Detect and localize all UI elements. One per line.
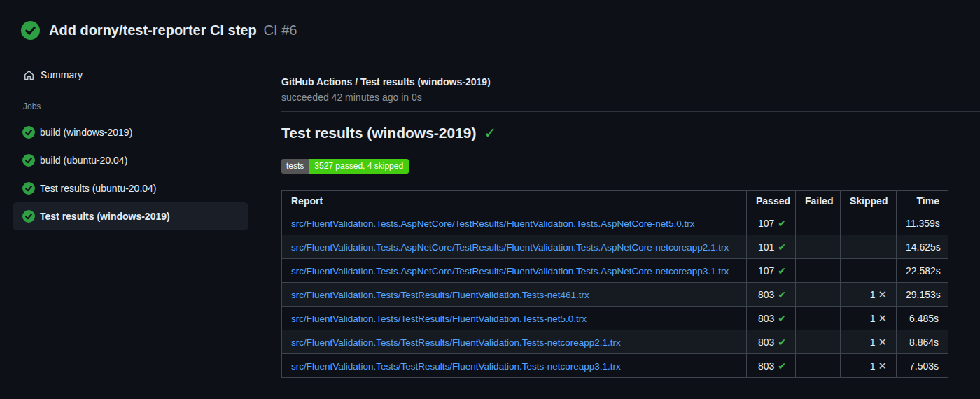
check-run-breadcrumb: GitHub Actions / Test results (windows-2… <box>281 75 980 89</box>
failed-cell <box>796 330 841 354</box>
divider <box>281 111 980 112</box>
skipped-cell <box>841 235 897 259</box>
success-circle-icon <box>22 126 35 139</box>
check-icon: ✔ <box>778 218 786 229</box>
report-cell: src/FluentValidation.Tests.AspNetCore/Te… <box>282 259 747 283</box>
badge-value: 3527 passed, 4 skipped <box>309 159 409 174</box>
success-check-icon: ✓ <box>484 123 497 143</box>
passed-cell: 803✔ <box>747 330 796 354</box>
check-icon: ✔ <box>778 313 786 324</box>
skipped-count: 1 <box>870 313 876 324</box>
check-icon: ✔ <box>778 289 786 300</box>
table-row: src/FluentValidation.Tests/TestResults/F… <box>282 354 948 378</box>
failed-cell <box>796 259 841 283</box>
column-header-skipped: Skipped <box>841 191 897 211</box>
passed-count: 107 <box>758 265 774 276</box>
section-title: Test results (windows-2019) <box>281 123 477 143</box>
report-cell: src/FluentValidation.Tests/TestResults/F… <box>282 283 747 307</box>
run-status-line: succeeded 42 minutes ago in 0s <box>281 90 980 104</box>
column-header-passed: Passed <box>747 191 796 211</box>
report-cell: src/FluentValidation.Tests/TestResults/F… <box>282 307 747 330</box>
sidebar-job-label: build (ubuntu-20.04) <box>40 155 127 166</box>
x-icon: ✕ <box>878 288 887 300</box>
time-cell: 11.359s <box>897 211 948 235</box>
check-icon: ✔ <box>778 241 786 253</box>
time-cell: 22.582s <box>897 259 948 283</box>
sidebar-job-item-2[interactable]: build (ubuntu-20.04) <box>13 146 248 174</box>
sidebar-job-label: build (windows-2019) <box>40 127 132 138</box>
passed-cell: 107✔ <box>747 259 796 283</box>
skipped-cell: 1✕ <box>841 330 897 354</box>
report-cell: src/FluentValidation.Tests.AspNetCore/Te… <box>282 211 747 235</box>
sidebar-job-item-3[interactable]: Test results (ubuntu-20.04) <box>13 174 248 202</box>
main-content: GitHub Actions / Test results (windows-2… <box>281 40 980 378</box>
passed-cell: 803✔ <box>747 354 796 378</box>
report-link[interactable]: src/FluentValidation.Tests/TestResults/F… <box>291 290 589 300</box>
passed-count: 803 <box>758 360 774 372</box>
badge-label: tests <box>281 159 309 174</box>
sidebar-job-label: Test results (ubuntu-20.04) <box>40 183 157 194</box>
report-cell: src/FluentValidation.Tests/TestResults/F… <box>282 330 747 354</box>
success-circle-icon <box>22 154 35 167</box>
report-link[interactable]: src/FluentValidation.Tests/TestResults/F… <box>291 337 621 348</box>
report-link[interactable]: src/FluentValidation.Tests/TestResults/F… <box>291 361 621 372</box>
report-cell: src/FluentValidation.Tests/TestResults/F… <box>282 354 747 378</box>
table-row: src/FluentValidation.Tests.AspNetCore/Te… <box>282 259 948 283</box>
x-icon: ✕ <box>878 312 887 324</box>
tests-badge: tests 3527 passed, 4 skipped <box>281 159 409 174</box>
report-link[interactable]: src/FluentValidation.Tests.AspNetCore/Te… <box>291 242 729 253</box>
report-link[interactable]: src/FluentValidation.Tests.AspNetCore/Te… <box>291 218 695 229</box>
check-icon: ✔ <box>778 265 786 276</box>
passed-cell: 107✔ <box>747 211 796 235</box>
run-number: CI #6 <box>264 22 298 38</box>
success-circle-icon <box>22 182 35 195</box>
jobs-section-label: Jobs <box>23 102 259 111</box>
report-link[interactable]: src/FluentValidation.Tests.AspNetCore/Te… <box>291 266 729 276</box>
skipped-count: 1 <box>870 289 876 300</box>
run-title: Add dorny/test-reporter CI step <box>49 22 257 38</box>
skipped-cell: 1✕ <box>841 307 897 330</box>
passed-count: 101 <box>758 241 774 253</box>
passed-cell: 101✔ <box>747 235 796 259</box>
sidebar-item-summary[interactable]: Summary <box>13 66 259 83</box>
skipped-count: 1 <box>870 337 876 348</box>
skipped-cell <box>841 259 897 283</box>
skipped-cell: 1✕ <box>841 354 897 378</box>
failed-cell <box>796 211 841 235</box>
summary-label: Summary <box>41 69 83 80</box>
divider <box>281 148 980 148</box>
sidebar-job-label: Test results (windows-2019) <box>40 211 170 222</box>
column-header-report: Report <box>282 191 747 211</box>
report-cell: src/FluentValidation.Tests.AspNetCore/Te… <box>282 235 747 259</box>
failed-cell <box>796 283 841 307</box>
check-icon: ✔ <box>778 360 786 372</box>
run-header: Add dorny/test-reporter CI step CI #6 <box>0 0 980 40</box>
table-row: src/FluentValidation.Tests/TestResults/F… <box>282 307 948 330</box>
time-cell: 29.153s <box>897 283 948 307</box>
table-row: src/FluentValidation.Tests.AspNetCore/Te… <box>282 211 948 235</box>
failed-cell <box>796 235 841 259</box>
time-cell: 8.864s <box>897 330 948 354</box>
sidebar-job-item-4[interactable]: Test results (windows-2019) <box>13 202 248 230</box>
time-cell: 7.503s <box>897 354 948 378</box>
report-link[interactable]: src/FluentValidation.Tests/TestResults/F… <box>291 314 587 324</box>
skipped-cell: 1✕ <box>841 283 897 307</box>
failed-cell <box>796 354 841 378</box>
passed-cell: 803✔ <box>747 307 796 330</box>
table-row: src/FluentValidation.Tests.AspNetCore/Te… <box>282 235 948 259</box>
section-heading: Test results (windows-2019) ✓ <box>281 123 980 143</box>
time-cell: 6.485s <box>897 307 948 330</box>
home-icon <box>23 69 35 81</box>
column-header-time: Time <box>897 191 948 211</box>
x-icon: ✕ <box>878 360 887 372</box>
success-circle-icon <box>22 210 35 223</box>
skipped-count: 1 <box>870 360 876 372</box>
test-results-table: Report Passed Failed Skipped Time src/Fl… <box>281 190 948 378</box>
jobs-list: build (windows-2019) build (ubuntu-20.04… <box>13 118 259 230</box>
table-header-row: Report Passed Failed Skipped Time <box>282 191 948 211</box>
sidebar-job-item-1[interactable]: build (windows-2019) <box>13 118 248 146</box>
passed-count: 803 <box>758 289 774 300</box>
check-icon: ✔ <box>778 337 786 348</box>
passed-count: 803 <box>758 337 774 348</box>
table-row: src/FluentValidation.Tests/TestResults/F… <box>282 283 948 307</box>
